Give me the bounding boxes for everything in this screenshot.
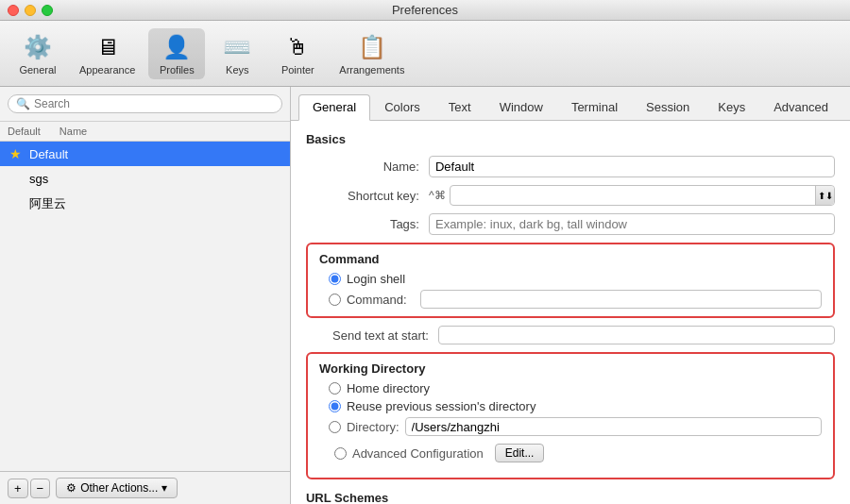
- sidebar-item-name: Default: [29, 147, 68, 161]
- tags-label: Tags:: [306, 217, 419, 231]
- toolbar-profiles[interactable]: 👤 Profiles: [148, 28, 205, 79]
- star-icon: ★: [9, 146, 22, 161]
- reuse-dir-label: Reuse previous session's directory: [347, 399, 536, 413]
- login-shell-label: Login shell: [347, 272, 405, 286]
- command-extra-row: Command:: [319, 290, 822, 309]
- toolbar-general[interactable]: ⚙️ General: [9, 28, 66, 79]
- login-shell-row: Login shell: [319, 272, 822, 286]
- list-item[interactable]: ★ sgs: [0, 166, 290, 191]
- list-item[interactable]: ★ 阿里云: [0, 191, 290, 217]
- panel-content: Basics Name: Shortcut key: ^⌘ ⬆⬇ Tags: C…: [291, 121, 850, 504]
- command-radio[interactable]: [329, 294, 341, 306]
- tab-advanced[interactable]: Advanced: [759, 94, 842, 120]
- toolbar-arrangements-label: Arrangements: [339, 64, 404, 76]
- name-column-header: Name: [60, 126, 87, 137]
- shortcut-row: Shortcut key: ^⌘ ⬆⬇: [306, 185, 835, 206]
- toolbar-general-label: General: [19, 64, 56, 76]
- sidebar-search-area: 🔍: [0, 87, 290, 122]
- tab-general[interactable]: General: [298, 94, 370, 121]
- tab-bar: General Colors Text Window Terminal Sess…: [291, 87, 850, 121]
- other-actions-button[interactable]: ⚙ Other Actions... ▾: [56, 478, 178, 498]
- content-area: General Colors Text Window Terminal Sess…: [291, 87, 850, 504]
- title-bar: Preferences: [0, 0, 850, 21]
- default-column-header: Default: [8, 126, 41, 137]
- sidebar-item-name: sgs: [29, 172, 48, 186]
- main-layout: 🔍 Default Name ★ Default ★ sgs ★ 阿里云 +: [0, 87, 850, 504]
- window-title: Preferences: [392, 3, 458, 17]
- pointer-icon: 🖱: [282, 32, 313, 62]
- send-text-input[interactable]: [438, 326, 835, 344]
- sidebar-item-name: 阿里云: [29, 195, 66, 212]
- remove-profile-button[interactable]: −: [30, 479, 51, 498]
- home-dir-label: Home directory: [347, 381, 430, 395]
- toolbar-appearance-label: Appearance: [79, 64, 135, 76]
- toolbar: ⚙️ General 🖥 Appearance 👤 Profiles ⌨️ Ke…: [0, 21, 850, 87]
- advanced-config-label: Advanced Configuration: [352, 446, 484, 461]
- toolbar-keys[interactable]: ⌨️ Keys: [209, 28, 265, 79]
- general-icon: ⚙️: [23, 32, 53, 62]
- traffic-lights: [8, 5, 53, 16]
- search-icon: 🔍: [16, 97, 30, 110]
- send-text-row: Send text at start:: [306, 326, 835, 344]
- reuse-dir-row: Reuse previous session's directory: [319, 399, 822, 413]
- toolbar-arrangements[interactable]: 📋 Arrangements: [330, 28, 414, 79]
- add-profile-button[interactable]: +: [8, 479, 28, 498]
- toolbar-keys-label: Keys: [226, 64, 248, 76]
- send-text-label: Send text at start:: [306, 328, 429, 343]
- name-label: Name:: [306, 160, 419, 174]
- profiles-icon: 👤: [162, 32, 192, 62]
- url-schemes-section: URL Schemes Schemes handled: Select URL …: [306, 491, 835, 504]
- search-wrapper[interactable]: 🔍: [8, 94, 282, 113]
- reuse-dir-radio[interactable]: [329, 400, 341, 412]
- command-input[interactable]: [420, 290, 822, 309]
- edit-button[interactable]: Edit...: [495, 444, 545, 462]
- tab-terminal[interactable]: Terminal: [557, 94, 632, 120]
- url-schemes-title: URL Schemes: [306, 491, 835, 504]
- command-section: Command Login shell Command:: [306, 243, 835, 318]
- advanced-config-radio[interactable]: [334, 447, 347, 460]
- sidebar: 🔍 Default Name ★ Default ★ sgs ★ 阿里云 +: [0, 87, 291, 504]
- shortcut-keys: ^⌘: [429, 189, 446, 202]
- tab-session[interactable]: Session: [632, 94, 704, 120]
- sidebar-column-headers: Default Name: [0, 122, 290, 142]
- directory-row: Directory:: [319, 417, 822, 436]
- list-item[interactable]: ★ Default: [0, 142, 290, 166]
- toolbar-appearance[interactable]: 🖥 Appearance: [70, 28, 144, 79]
- keys-icon: ⌨️: [222, 32, 252, 62]
- name-input[interactable]: [429, 156, 835, 177]
- chevron-down-icon: ▾: [162, 481, 167, 495]
- tab-keys[interactable]: Keys: [704, 94, 759, 120]
- tags-input[interactable]: [429, 213, 835, 235]
- command-title: Command: [319, 252, 822, 266]
- close-button[interactable]: [8, 5, 19, 16]
- actions-label: Other Actions...: [80, 481, 158, 495]
- shortcut-input-wrapper[interactable]: ⬆⬇: [450, 185, 835, 206]
- shortcut-dropdown-arrow[interactable]: ⬆⬇: [815, 186, 834, 205]
- tab-window[interactable]: Window: [485, 94, 557, 120]
- gear-icon: ⚙: [66, 481, 76, 495]
- advanced-config-row: Advanced Configuration Edit...: [319, 444, 822, 462]
- zoom-button[interactable]: [42, 5, 53, 16]
- home-dir-radio[interactable]: [329, 382, 341, 395]
- directory-input[interactable]: [405, 417, 822, 436]
- toolbar-profiles-label: Profiles: [160, 64, 195, 76]
- name-row: Name:: [306, 156, 835, 177]
- minimize-button[interactable]: [25, 5, 36, 16]
- sidebar-footer: + − ⚙ Other Actions... ▾: [0, 471, 290, 504]
- toolbar-pointer-label: Pointer: [281, 64, 314, 76]
- tab-text[interactable]: Text: [434, 94, 485, 120]
- arrangements-icon: 📋: [357, 32, 387, 62]
- basics-title: Basics: [306, 132, 835, 146]
- search-input[interactable]: [34, 97, 274, 110]
- appearance-icon: 🖥: [93, 32, 123, 62]
- tags-row: Tags:: [306, 213, 835, 235]
- sidebar-list: ★ Default ★ sgs ★ 阿里云: [0, 142, 290, 471]
- command-option-label: Command:: [347, 293, 407, 307]
- directory-label: Directory:: [347, 420, 400, 434]
- toolbar-pointer[interactable]: 🖱 Pointer: [269, 28, 326, 79]
- tab-colors[interactable]: Colors: [370, 94, 434, 120]
- login-shell-radio[interactable]: [329, 273, 341, 285]
- home-dir-row: Home directory: [319, 381, 822, 395]
- directory-radio[interactable]: [329, 421, 341, 433]
- working-directory-section: Working Directory Home directory Reuse p…: [306, 352, 835, 479]
